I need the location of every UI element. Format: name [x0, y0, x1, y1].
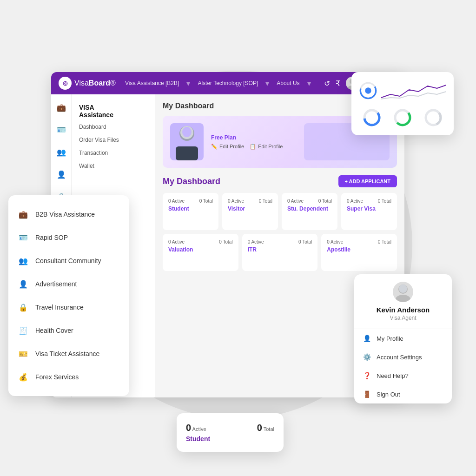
stat-itr: 0 Active 0 Total ITR — [242, 234, 318, 271]
expanded-sidebar-consultant[interactable]: 👥 Consultant Community — [8, 249, 129, 272]
health-cover-icon: 🧾 — [18, 325, 29, 336]
expanded-sidebar-panel: 💼 B2B Visa Assistance 🪪 Rapid SOP 👥 Cons… — [8, 195, 129, 396]
expanded-sidebar-health-cover[interactable]: 🧾 Health Cover — [8, 319, 129, 342]
svg-rect-3 — [176, 146, 198, 160]
dropdown-need-help[interactable]: ❓ Need Help? — [354, 366, 452, 385]
nav-about-us[interactable]: About Us — [277, 79, 299, 88]
sidebar-icon-briefcase[interactable]: 💼 — [54, 100, 69, 115]
nav-alster-sop[interactable]: Alster Technology [SOP] — [198, 79, 258, 88]
analytics-bottom — [359, 107, 446, 128]
rapid-sop-icon: 🪪 — [18, 232, 29, 243]
profile-actions: ✏️ Edit Profile 📋 Edit Profile — [211, 144, 297, 150]
sign-out-icon: 🚪 — [363, 390, 371, 398]
donut-chart-2 — [392, 107, 413, 128]
stats-grid-row1: 0 Active 0 Total Student 0 Active 0 Tota… — [163, 193, 397, 230]
stat-stu-dependent: 0 Active 0 Total Stu. Dependent — [282, 193, 337, 230]
visa-ticket-icon: 🎫 — [18, 348, 29, 359]
stat-label-apostille[interactable]: Apostille — [327, 246, 391, 253]
stats-grid-row2: 0 Active 0 Total Valuation 0 Active 0 To… — [163, 234, 397, 271]
forex-icon: 💰 — [18, 371, 29, 383]
stat-apostille: 0 Active 0 Total Apostille — [321, 234, 397, 271]
svg-point-16 — [396, 295, 410, 302]
donut-chart-1 — [362, 107, 382, 128]
dashboard-header: My Dashboard + ADD APPLICANT — [163, 175, 397, 187]
profile-dropdown-header: Kevin Anderson Visa Agent — [354, 274, 452, 329]
edit-profile-btn-2[interactable]: 📋 Edit Profile — [250, 144, 283, 150]
nav-visa-b2b[interactable]: Visa Assistance [B2B] — [125, 79, 179, 88]
analytics-circle-chart — [359, 79, 377, 102]
logo-icon: ◎ — [59, 77, 72, 90]
dropdown-sign-out[interactable]: 🚪 Sign Out — [354, 385, 452, 403]
sidebar-title: VISA Assistance — [72, 100, 155, 120]
dropdown-account-settings[interactable]: ⚙️ Account Settings — [354, 348, 452, 366]
sidebar-icon-card[interactable]: 🪪 — [54, 122, 69, 137]
active-student-label: Student — [186, 435, 274, 443]
stat-valuation: 0 Active 0 Total Valuation — [163, 234, 238, 271]
stat-student: 0 Active 0 Total Student — [163, 193, 218, 230]
profile-info: Free Plan ✏️ Edit Profile 📋 Edit Profile — [211, 134, 297, 150]
dropdown-my-profile[interactable]: 👤 My Profile — [354, 329, 452, 348]
my-profile-icon: 👤 — [363, 335, 371, 342]
profile-dropdown-avatar — [393, 282, 413, 302]
advertisement-icon: 👤 — [18, 278, 29, 290]
stat-label-visitor[interactable]: Visitor — [228, 205, 272, 212]
logo-text: VisaBoard® — [74, 79, 116, 87]
sidebar-nav-dashboard[interactable]: Dashboard — [72, 120, 155, 133]
sidebar-nav-transaction[interactable]: Transaction — [72, 146, 155, 159]
expanded-sidebar-visa-ticket[interactable]: 🎫 Visa Ticket Assistance — [8, 342, 129, 365]
analytics-widget — [351, 72, 454, 135]
add-applicant-button[interactable]: + ADD APPLICANT — [338, 175, 397, 187]
profile-photo — [170, 123, 204, 160]
stat-label-student[interactable]: Student — [168, 205, 213, 212]
stat-label-stu-dependent[interactable]: Stu. Dependent — [287, 205, 332, 212]
stat-super-visa: 0 Active 0 Total Super Visa — [341, 193, 397, 230]
active-student-card: 0 Active 0 Total Student — [177, 413, 284, 452]
logo: ◎ VisaBoard® — [59, 77, 116, 90]
dropdown-user-name: Kevin Anderson — [362, 306, 444, 314]
b2b-visa-icon: 💼 — [18, 209, 29, 220]
expanded-sidebar-advertisement[interactable]: 👤 Advertisement — [8, 272, 129, 296]
travel-insurance-icon: 🔒 — [18, 302, 29, 313]
stat-label-valuation[interactable]: Valuation — [168, 246, 233, 253]
analytics-line-chart — [381, 81, 446, 100]
svg-point-5 — [182, 127, 192, 137]
need-help-icon: ❓ — [363, 372, 371, 379]
svg-point-8 — [365, 87, 371, 93]
expanded-sidebar-forex[interactable]: 💰 Forex Services — [8, 365, 129, 389]
consultant-icon: 👥 — [18, 255, 29, 266]
currency-icon[interactable]: ₹ — [336, 79, 340, 88]
plan-badge: Free Plan — [211, 134, 297, 141]
edit-profile-btn-1[interactable]: ✏️ Edit Profile — [211, 144, 244, 150]
stat-label-super-visa[interactable]: Super Visa — [347, 205, 391, 212]
sidebar-nav-wallet[interactable]: Wallet — [72, 159, 155, 172]
stat-label-itr[interactable]: ITR — [248, 246, 312, 253]
stat-visitor: 0 Active 0 Total Visitor — [222, 193, 278, 230]
refresh-icon[interactable]: ↺ — [324, 79, 330, 88]
sidebar-icon-person[interactable]: 👤 — [54, 167, 69, 182]
profile-dropdown: Kevin Anderson Visa Agent 👤 My Profile ⚙… — [354, 274, 452, 403]
sidebar-icon-group[interactable]: 👥 — [54, 145, 69, 159]
donut-chart-3 — [423, 107, 443, 128]
account-settings-icon: ⚙️ — [363, 353, 371, 361]
navbar-links: Visa Assistance [B2B] ▾ Alster Technolog… — [125, 79, 315, 88]
dashboard-section-title: My Dashboard — [163, 177, 220, 186]
analytics-top — [359, 79, 446, 102]
svg-point-17 — [399, 284, 407, 293]
expanded-sidebar-b2b-visa[interactable]: 💼 B2B Visa Assistance — [8, 203, 129, 226]
dropdown-user-role: Visa Agent — [362, 315, 444, 321]
expanded-sidebar-travel-insurance[interactable]: 🔒 Travel Insurance — [8, 296, 129, 319]
sidebar-nav-order-visa[interactable]: Order Visa Files — [72, 133, 155, 146]
expanded-sidebar-rapid-sop[interactable]: 🪪 Rapid SOP — [8, 226, 129, 249]
